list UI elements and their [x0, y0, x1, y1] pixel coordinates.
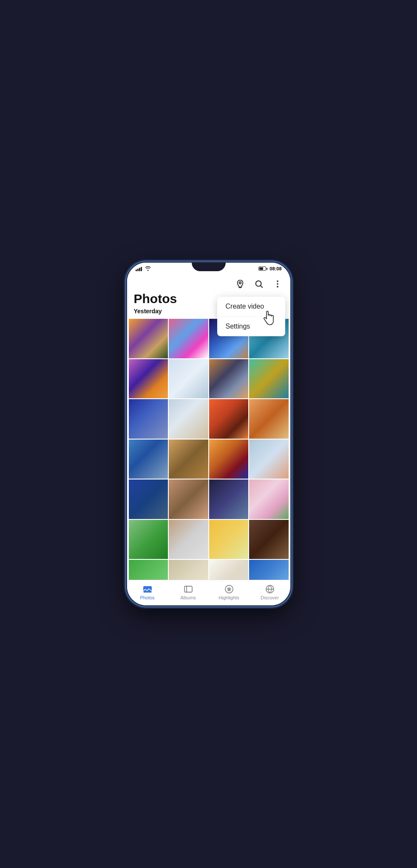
photo-cell[interactable]: [169, 520, 208, 559]
discover-nav-label: Discover: [261, 595, 279, 600]
photo-cell[interactable]: [209, 359, 249, 399]
status-time: 08:08: [269, 266, 281, 271]
photo-cell[interactable]: [169, 560, 208, 580]
svg-rect-6: [143, 586, 152, 593]
photo-cell[interactable]: [169, 399, 208, 439]
photo-cell[interactable]: [129, 319, 168, 358]
photo-cell[interactable]: [249, 359, 289, 399]
photo-cell[interactable]: [169, 319, 208, 358]
dropdown-menu: Create video Settings: [217, 297, 285, 336]
photo-cell[interactable]: [249, 479, 289, 519]
photos-nav-icon: [142, 584, 153, 594]
bottom-nav: Photos Albums: [127, 580, 290, 605]
highlights-nav-label: Highlights: [218, 595, 239, 600]
search-button[interactable]: [253, 278, 265, 290]
photo-grid: [127, 319, 290, 580]
photo-cell[interactable]: [249, 560, 289, 580]
svg-rect-8: [184, 586, 192, 592]
highlights-nav-icon: [224, 584, 234, 594]
nav-highlights[interactable]: Highlights: [216, 584, 242, 600]
albums-nav-icon: [183, 584, 193, 594]
app-content: Photos Yesterday Create video Settings: [127, 275, 290, 605]
photo-cell[interactable]: [169, 479, 208, 519]
wifi-icon: [145, 266, 151, 272]
settings-item[interactable]: Settings: [217, 317, 285, 336]
svg-point-4: [277, 283, 278, 285]
svg-point-5: [277, 286, 278, 288]
photo-cell[interactable]: [209, 479, 249, 519]
discover-nav-icon: [265, 584, 275, 594]
nav-photos[interactable]: Photos: [135, 584, 160, 600]
signal-icon: [136, 266, 142, 271]
photo-cell[interactable]: [129, 560, 168, 580]
photo-cell[interactable]: [249, 520, 289, 559]
photo-cell[interactable]: [249, 440, 289, 479]
svg-point-3: [277, 281, 278, 282]
albums-nav-label: Albums: [180, 595, 196, 600]
photo-cell[interactable]: [209, 440, 249, 479]
photo-cell[interactable]: [129, 520, 168, 559]
svg-point-0: [239, 282, 241, 284]
status-left: [136, 266, 151, 272]
photo-cell[interactable]: [129, 440, 168, 479]
location-button[interactable]: [234, 278, 246, 290]
photo-cell[interactable]: [209, 520, 249, 559]
photo-cell[interactable]: [209, 560, 249, 580]
more-button[interactable]: [272, 278, 284, 290]
photo-grid-container[interactable]: [127, 319, 290, 580]
phone-frame: 08:08: [126, 261, 292, 607]
nav-discover[interactable]: Discover: [257, 584, 283, 600]
header-icons: [134, 278, 284, 290]
photo-cell[interactable]: [129, 479, 168, 519]
photo-cell[interactable]: [169, 359, 208, 399]
photo-cell[interactable]: [129, 399, 168, 439]
create-video-item[interactable]: Create video: [217, 297, 285, 317]
photo-cell[interactable]: [249, 399, 289, 439]
svg-line-2: [261, 286, 262, 287]
photo-cell[interactable]: [129, 359, 168, 399]
notch: [192, 263, 226, 271]
photo-cell[interactable]: [169, 440, 208, 479]
battery-icon: [258, 267, 267, 271]
status-right: 08:08: [258, 266, 281, 271]
photo-cell[interactable]: [209, 399, 249, 439]
photos-nav-label: Photos: [140, 595, 154, 600]
nav-albums[interactable]: Albums: [176, 584, 201, 600]
svg-point-10: [225, 585, 233, 593]
